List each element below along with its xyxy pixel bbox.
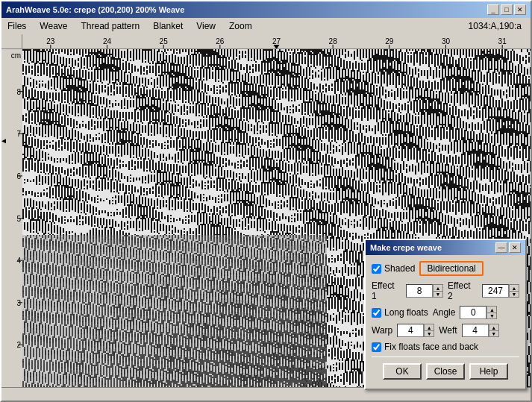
dialog-close-button[interactable]: ✕ xyxy=(509,242,521,253)
effect1-up-arrow[interactable]: ▲ xyxy=(433,284,443,291)
warp-up-arrow[interactable]: ▲ xyxy=(424,324,434,330)
vertical-ruler xyxy=(1,49,22,387)
window-title: ArahWeave 5.0e: crepe (200,200) 200% Wea… xyxy=(6,5,184,14)
dialog-buttons: OK Close Help xyxy=(372,363,519,383)
dialog-minimize-button[interactable]: — xyxy=(495,242,507,253)
effect2-input[interactable] xyxy=(482,284,509,298)
dialog-body: Shaded Bidirectional Effect 1 ▲ ▼ Effect… xyxy=(366,255,525,389)
effect2-down-arrow[interactable]: ▼ xyxy=(509,291,519,298)
warp-weft-row: Warp ▲ ▼ Weft ▲ ▼ xyxy=(372,324,519,337)
effect2-up-arrow[interactable]: ▲ xyxy=(509,284,519,291)
minimize-button[interactable]: _ xyxy=(487,4,499,15)
shaded-row: Shaded Bidirectional xyxy=(372,261,519,276)
menu-bar: Files Weave Thread pattern Blanket View … xyxy=(1,18,531,34)
v-ruler-canvas xyxy=(1,49,22,387)
separator xyxy=(372,357,519,357)
warp-input[interactable] xyxy=(397,324,424,337)
angle-input[interactable] xyxy=(460,306,486,319)
effect2-spinbox: ▲ ▼ xyxy=(482,284,519,298)
effect1-down-arrow[interactable]: ▼ xyxy=(433,291,443,298)
angle-label: Angle xyxy=(433,307,456,318)
menu-blanket[interactable]: Blanket xyxy=(150,19,186,33)
warp-spinbox: ▲ ▼ xyxy=(397,324,434,337)
dialog-title-buttons: — ✕ xyxy=(495,242,521,253)
corner-box xyxy=(1,34,22,49)
weft-down-arrow[interactable]: ▼ xyxy=(489,330,499,337)
title-buttons: _ □ ✕ xyxy=(487,4,526,15)
dialog-title-text: Make crepe weave xyxy=(370,243,442,252)
weft-label: Weft xyxy=(439,325,457,336)
close-button[interactable]: ✕ xyxy=(514,4,526,15)
shaded-label[interactable]: Shaded xyxy=(372,263,415,274)
effect1-arrows: ▲ ▼ xyxy=(433,284,443,298)
effect1-label: Effect 1 xyxy=(372,280,401,301)
maximize-button[interactable]: □ xyxy=(501,4,513,15)
fix-floats-label[interactable]: Fix floats face and back xyxy=(372,342,478,352)
menu-zoom[interactable]: Zoom xyxy=(226,19,255,33)
fix-floats-checkbox[interactable] xyxy=(372,342,381,352)
menu-weave[interactable]: Weave xyxy=(37,19,70,33)
dialog-title-bar: Make crepe weave — ✕ xyxy=(366,240,525,255)
make-crepe-dialog: Make crepe weave — ✕ Shaded Bidirectiona… xyxy=(364,239,527,390)
fix-floats-row: Fix floats face and back xyxy=(372,342,519,352)
weft-input[interactable] xyxy=(462,324,489,337)
weft-arrows: ▲ ▼ xyxy=(489,324,499,337)
warp-down-arrow[interactable]: ▼ xyxy=(424,330,434,337)
h-ruler-canvas xyxy=(22,34,531,49)
menu-thread-pattern[interactable]: Thread pattern xyxy=(78,19,143,33)
close-dialog-button[interactable]: Close xyxy=(426,363,465,380)
warp-label: Warp xyxy=(372,325,392,336)
angle-up-arrow[interactable]: ▲ xyxy=(486,306,497,313)
menu-files[interactable]: Files xyxy=(4,19,29,33)
horizontal-ruler xyxy=(22,34,531,49)
angle-spinbox: ▲ ▼ xyxy=(460,306,497,319)
ruler-area xyxy=(1,34,531,49)
weft-spinbox: ▲ ▼ xyxy=(462,324,499,337)
effect1-spinbox: ▲ ▼ xyxy=(406,284,443,298)
weft-up-arrow[interactable]: ▲ xyxy=(489,324,499,330)
shaded-checkbox[interactable] xyxy=(372,264,381,274)
bidirectional-button[interactable]: Bidirectional xyxy=(419,261,483,276)
coordinate-display: 1034:A,190:a xyxy=(469,21,522,31)
warp-arrows: ▲ ▼ xyxy=(424,324,434,337)
angle-arrows: ▲ ▼ xyxy=(486,306,497,319)
effect1-input[interactable] xyxy=(406,284,433,298)
effect2-arrows: ▲ ▼ xyxy=(509,284,519,298)
angle-down-arrow[interactable]: ▼ xyxy=(486,313,497,319)
title-bar: ArahWeave 5.0e: crepe (200,200) 200% Wea… xyxy=(1,1,531,18)
effect-row: Effect 1 ▲ ▼ Effect 2 ▲ ▼ xyxy=(372,280,519,301)
ok-button[interactable]: OK xyxy=(383,363,422,380)
floats-row: Long floats Angle ▲ ▼ xyxy=(372,306,519,319)
help-button[interactable]: Help xyxy=(469,363,508,380)
effect2-label: Effect 2 xyxy=(448,280,478,301)
menu-view[interactable]: View xyxy=(193,19,219,33)
long-floats-checkbox[interactable] xyxy=(372,308,381,318)
long-floats-label[interactable]: Long floats xyxy=(372,307,428,318)
menu-items: Files Weave Thread pattern Blanket View … xyxy=(4,19,255,33)
